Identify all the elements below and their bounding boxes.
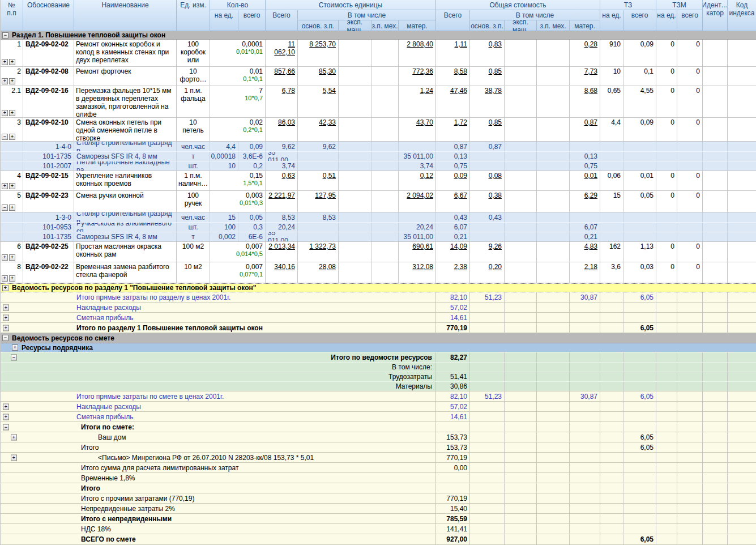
- cell-tc-mat[interactable]: 6,07: [570, 223, 600, 232]
- cell-qty-unit[interactable]: 15: [210, 212, 238, 222]
- cell-tc-zpm[interactable]: [537, 212, 570, 222]
- cell-qty-total[interactable]: 0,2: [238, 161, 266, 171]
- cell-uc-total[interactable]: 35 011,00: [266, 152, 298, 161]
- cell-v-ozp[interactable]: [470, 303, 505, 312]
- cell-empty[interactable]: [537, 514, 570, 523]
- cell-tc-mat[interactable]: 0,87: [570, 118, 600, 141]
- cell-empty[interactable]: [505, 483, 537, 493]
- cell-kod[interactable]: [728, 152, 756, 161]
- cell-uc-em[interactable]: [339, 40, 371, 66]
- cell-tc-em[interactable]: [505, 223, 537, 232]
- cell-tc-total[interactable]: 0,21: [436, 232, 470, 241]
- cell-uc-zpm[interactable]: [371, 67, 399, 86]
- cell-v-total[interactable]: 770,19: [436, 453, 470, 462]
- cell-tc-total[interactable]: 0,87: [436, 142, 470, 151]
- cell-v-tz[interactable]: [623, 504, 656, 513]
- cell-tc-mat[interactable]: 4,83: [570, 242, 600, 262]
- cell-uc-total[interactable]: 2 013,34: [266, 242, 298, 262]
- totals-label-cell[interactable]: Трудозатраты: [1, 372, 436, 381]
- cell-empty[interactable]: [600, 323, 623, 333]
- collapse-icon[interactable]: −: [3, 424, 9, 430]
- cell-tzm-total[interactable]: 0: [677, 86, 703, 117]
- cell-uc-total[interactable]: 11 062,10: [266, 40, 298, 66]
- cell-v-ozp[interactable]: [470, 483, 505, 493]
- cell-tc-ozp[interactable]: 0,87: [470, 142, 505, 151]
- cell-empty[interactable]: [537, 292, 570, 302]
- cell-tzm-unit[interactable]: 0: [656, 242, 677, 262]
- cell-tzm-unit[interactable]: 0: [656, 171, 677, 190]
- cell-tz-total[interactable]: [623, 212, 656, 222]
- cell-v-total[interactable]: 153,73: [436, 442, 470, 452]
- cell-tzm-total[interactable]: 0: [677, 171, 703, 190]
- cell-tzm-total[interactable]: 0: [677, 191, 703, 212]
- cell-uc-mat[interactable]: 0,12: [399, 171, 436, 190]
- cell-quantity[interactable]: 0,010,1*0,1: [210, 67, 266, 86]
- cell-empty[interactable]: [656, 292, 677, 302]
- cell-uc-mat[interactable]: 3,74: [399, 161, 436, 171]
- cell-qty-total[interactable]: 3,6Е-6: [238, 152, 266, 161]
- cell-empty[interactable]: [703, 372, 728, 381]
- cell-empty[interactable]: [537, 382, 570, 391]
- cell-v-ozp[interactable]: [470, 412, 505, 421]
- cell-v-tz[interactable]: [623, 514, 656, 523]
- cell-code[interactable]: 101-0953: [23, 223, 74, 232]
- cell-tc-em[interactable]: [505, 262, 537, 283]
- cell-tc-total[interactable]: 1,11: [436, 40, 470, 66]
- cell-uc-ozp[interactable]: [298, 232, 339, 241]
- cell-empty[interactable]: [537, 422, 570, 432]
- cell-v-tz[interactable]: [623, 493, 656, 503]
- cell-v-tz[interactable]: [623, 463, 656, 472]
- cell-v-total[interactable]: 57,02: [436, 402, 470, 411]
- cell-tz-total[interactable]: [623, 152, 656, 161]
- expand-icon[interactable]: +: [9, 134, 15, 140]
- cell-qty-total[interactable]: 0,3: [238, 223, 266, 232]
- cell-v-total[interactable]: [436, 422, 470, 432]
- cell-v-total[interactable]: 141,41: [436, 524, 470, 534]
- cell-code[interactable]: ВД2-09-02-16: [23, 86, 74, 117]
- cell-empty[interactable]: [537, 303, 570, 312]
- cell-tc-ozp[interactable]: 0,85: [470, 118, 505, 141]
- cell-qty-total[interactable]: 0,09: [238, 142, 266, 151]
- cell-uc-mat[interactable]: 690,61: [399, 242, 436, 262]
- cell-tz-total[interactable]: 0,09: [623, 40, 656, 66]
- collapse-icon[interactable]: −: [2, 205, 8, 211]
- cell-empty[interactable]: [703, 524, 728, 534]
- cell-empty[interactable]: [505, 352, 537, 362]
- cell-tz-unit[interactable]: 0,06: [600, 171, 623, 190]
- cell-empty[interactable]: [537, 524, 570, 534]
- expand-icon[interactable]: +: [2, 59, 8, 65]
- cell-uc-mat[interactable]: 43,70: [399, 118, 436, 141]
- cell-row-number[interactable]: [1, 161, 23, 171]
- cell-tzm-total[interactable]: 0: [677, 40, 703, 66]
- cell-row-number[interactable]: 6++: [1, 242, 23, 262]
- cell-uc-total[interactable]: 86,03: [266, 118, 298, 141]
- cell-row-number[interactable]: 2.1++: [1, 86, 23, 117]
- cell-empty[interactable]: [656, 483, 677, 493]
- cell-empty[interactable]: [600, 493, 623, 503]
- cell-uc-total[interactable]: 35 011,00: [266, 232, 298, 241]
- cell-v-mat[interactable]: [570, 382, 600, 391]
- cell-kod[interactable]: [728, 142, 756, 151]
- cell-name[interactable]: Ремонт форточек: [74, 67, 177, 86]
- cell-empty[interactable]: [677, 303, 703, 312]
- cell-unit[interactable]: 100 ручек: [177, 191, 210, 212]
- cell-empty[interactable]: [537, 352, 570, 362]
- cell-uc-mat[interactable]: 312,08: [399, 262, 436, 283]
- cell-empty[interactable]: [505, 442, 537, 452]
- cell-tc-zpm[interactable]: [537, 242, 570, 262]
- cell-tzm-unit[interactable]: [656, 212, 677, 222]
- cell-empty[interactable]: [656, 363, 677, 372]
- cell-empty[interactable]: [677, 391, 703, 401]
- cell-v-mat[interactable]: [570, 412, 600, 421]
- cell-kod[interactable]: [728, 212, 756, 222]
- cell-v-mat[interactable]: 30,87: [570, 391, 600, 401]
- cell-uc-ozp[interactable]: 127,95: [298, 191, 339, 212]
- cell-empty[interactable]: [677, 402, 703, 411]
- cell-uc-ozp[interactable]: 8 253,70: [298, 40, 339, 66]
- totals-label-cell[interactable]: +Сметная прибыль: [1, 412, 436, 421]
- cell-unit[interactable]: шт.: [177, 223, 210, 232]
- cell-ident[interactable]: [703, 161, 728, 171]
- cell-tc-mat[interactable]: [570, 212, 600, 222]
- totals-label-cell[interactable]: +<Письмо> Минрегиона РФ от 26.07.2010 N …: [1, 453, 436, 462]
- cell-ident[interactable]: [703, 86, 728, 117]
